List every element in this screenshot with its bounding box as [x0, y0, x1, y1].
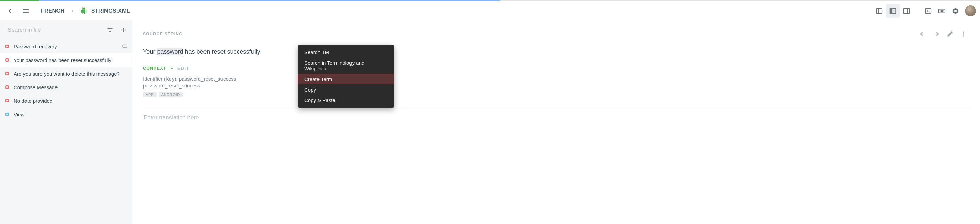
progress-green — [0, 0, 39, 2]
sidebar-item-label: View — [14, 112, 24, 118]
svg-rect-6 — [890, 8, 892, 13]
menu-item[interactable]: Copy — [298, 84, 394, 95]
sidebar-item-label: Are you sure you want to delete this mes… — [14, 71, 120, 76]
android-icon — [80, 8, 87, 14]
comment-icon[interactable] — [122, 44, 127, 49]
avatar[interactable] — [965, 5, 976, 16]
sidebar-item[interactable]: No date provided — [0, 94, 133, 108]
console-icon[interactable] — [921, 4, 935, 18]
sidebar-item-label: Password recovery — [14, 44, 57, 49]
tag: APP — [143, 92, 156, 97]
svg-rect-16 — [940, 11, 943, 11]
svg-rect-2 — [23, 12, 29, 13]
tags: APPANDROID — [143, 92, 970, 97]
tag: ANDROID — [159, 92, 183, 97]
sidebar-item-label: No date provided — [14, 98, 52, 104]
context-menu: Search TMSearch in Terminology and Wikip… — [298, 45, 394, 108]
status-dot — [5, 58, 9, 62]
svg-rect-9 — [926, 8, 931, 13]
keyboard-icon[interactable] — [935, 4, 949, 18]
filter-icon[interactable] — [103, 23, 117, 37]
layout-right-panel-icon[interactable] — [900, 4, 913, 18]
svg-point-25 — [963, 35, 964, 37]
menu-item[interactable]: Search in Terminology and Wikipedia — [298, 57, 394, 74]
sidebar-item[interactable]: Compose Message — [0, 80, 133, 94]
main-panel: SOURCE STRING Your password has been res… — [134, 21, 980, 224]
svg-point-14 — [942, 10, 943, 11]
prev-button[interactable] — [916, 27, 930, 41]
menu-item[interactable]: Copy & Paste — [298, 95, 394, 105]
gear-icon[interactable] — [949, 4, 962, 18]
search-input[interactable] — [7, 26, 103, 34]
edit-icon[interactable] — [943, 27, 957, 41]
svg-rect-17 — [108, 28, 113, 29]
menu-button[interactable] — [19, 4, 33, 18]
chevron-down-icon[interactable] — [170, 67, 174, 70]
svg-rect-0 — [23, 9, 29, 10]
svg-rect-3 — [877, 8, 882, 13]
chevron-right-icon — [70, 8, 75, 13]
more-icon[interactable] — [957, 27, 970, 41]
sidebar-item-label: Your password has been reset successfull… — [14, 57, 113, 63]
status-dot — [5, 44, 9, 48]
svg-rect-19 — [109, 31, 111, 32]
svg-point-13 — [941, 10, 942, 11]
svg-point-15 — [943, 10, 944, 11]
status-dot — [5, 86, 9, 89]
layout-left-panel-icon[interactable] — [872, 4, 886, 18]
back-button[interactable] — [4, 4, 18, 18]
svg-rect-22 — [123, 44, 127, 47]
header: FRENCH STRINGS.XML — [0, 2, 980, 21]
status-dot — [5, 99, 9, 102]
sidebar-item-label: Compose Message — [14, 84, 57, 90]
sidebar-item[interactable]: View — [0, 108, 133, 121]
svg-rect-18 — [108, 30, 111, 30]
highlighted-word[interactable]: password — [157, 48, 183, 56]
breadcrumb-lang[interactable]: FRENCH — [41, 8, 65, 14]
menu-item[interactable]: Create Term — [298, 74, 394, 84]
next-button[interactable] — [930, 27, 943, 41]
sidebar-item[interactable]: Are you sure you want to delete this mes… — [0, 67, 133, 80]
breadcrumb: FRENCH STRINGS.XML — [41, 8, 130, 14]
source-string-text: Your password has been reset successfull… — [143, 48, 970, 56]
status-dot — [5, 113, 9, 116]
context-label: CONTEXT — [143, 66, 166, 71]
svg-point-12 — [940, 10, 940, 11]
status-dot — [5, 72, 9, 75]
svg-rect-11 — [939, 9, 945, 13]
menu-item[interactable]: Search TM — [298, 47, 394, 57]
translation-input[interactable] — [143, 114, 970, 122]
add-icon[interactable] — [117, 23, 130, 37]
svg-point-24 — [963, 33, 964, 34]
sidebar-item[interactable]: Password recovery — [0, 40, 133, 53]
svg-rect-1 — [23, 11, 29, 11]
sidebar-item[interactable]: Your password has been reset successfull… — [0, 53, 133, 67]
svg-rect-7 — [904, 8, 910, 13]
sidebar: Password recoveryYour password has been … — [0, 21, 134, 224]
progress-blue — [39, 0, 500, 2]
breadcrumb-file[interactable]: STRINGS.XML — [91, 8, 130, 14]
svg-point-23 — [963, 32, 964, 33]
context-edit-button[interactable]: EDIT — [177, 66, 189, 71]
sidebar-search — [0, 21, 133, 40]
identifier-block: Identifier (Key): password_reset_success… — [143, 76, 970, 89]
layout-both-icon[interactable] — [886, 4, 900, 18]
source-string-label: SOURCE STRING — [143, 32, 183, 37]
